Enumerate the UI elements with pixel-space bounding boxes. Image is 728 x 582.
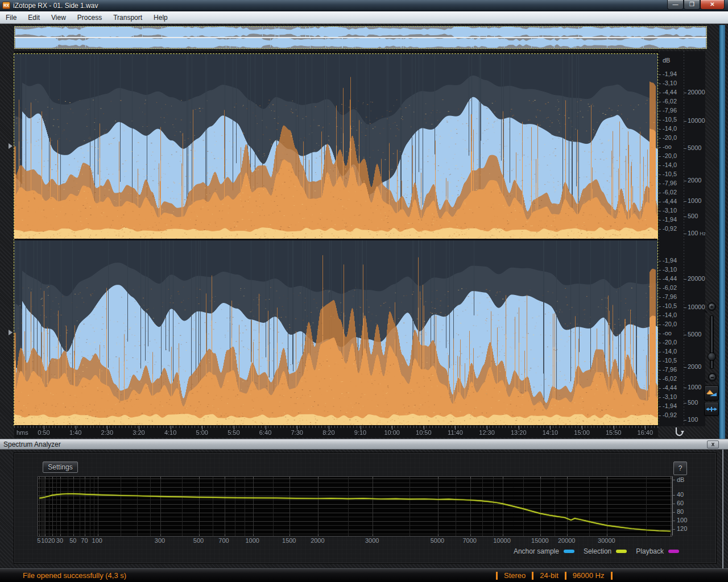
horizontal-arrows-icon — [706, 406, 717, 413]
menu-item-transport[interactable]: Transport — [107, 12, 148, 23]
db-tick-mark — [659, 184, 661, 184]
time-tick-label: 0:50 — [38, 429, 49, 436]
time-tick-label: 7:30 — [291, 429, 303, 436]
db-tick-mark — [659, 388, 661, 389]
legend-item-anchor-sample: Anchor sample — [514, 547, 574, 555]
time-unit-label: hms — [16, 429, 28, 436]
db-scale-label: -1,94 — [663, 216, 677, 223]
menu-item-file[interactable]: File — [0, 12, 22, 23]
right-scrollbar[interactable] — [719, 25, 725, 439]
minimize-button[interactable]: — — [667, 0, 684, 10]
db-scale-label: -10,5 — [663, 116, 677, 123]
spectrum-analyzer-panel: Settings ? dB406080100120 51020305070100… — [0, 450, 728, 568]
spectrum-legend: Anchor sampleSelectionPlayback — [514, 547, 679, 555]
restore-button[interactable]: ❐ — [684, 0, 700, 10]
db-tick-mark — [659, 138, 661, 139]
legend-label: Playback — [636, 547, 664, 555]
db-tick-mark — [659, 325, 661, 325]
db-scale-label: -oo — [663, 330, 672, 336]
time-ruler[interactable]: hms 0:501:402:303:204:105:005:506:407:30… — [14, 425, 658, 438]
zoom-out-icon[interactable] — [708, 373, 717, 381]
overview-waveform[interactable] — [14, 26, 707, 49]
hz-tick-mark — [684, 201, 686, 202]
db-axis-label: 40 — [677, 491, 684, 498]
db-tick-mark — [659, 102, 661, 102]
time-tick-label: 6:40 — [259, 429, 271, 436]
spectrum-frequency-axis: 5102030507010030050070010001500200030005… — [38, 536, 671, 545]
menu-item-process[interactable]: Process — [72, 12, 107, 23]
frequency-tick-label: 300 — [155, 537, 165, 544]
time-tick-label: 16:40 — [638, 429, 653, 436]
db-tick-mark — [659, 165, 661, 166]
db-scale-header: dB — [663, 57, 670, 64]
db-tick-mark — [659, 270, 661, 271]
db-tick-mark — [659, 111, 661, 111]
db-scale-label: -20,0 — [663, 152, 677, 159]
hz-tick-mark — [684, 181, 686, 181]
menu-item-view[interactable]: View — [46, 12, 72, 23]
db-scale-label: -14,0 — [663, 125, 677, 132]
hz-tick-mark — [684, 388, 686, 388]
db-scale-label: -3,10 — [663, 266, 677, 273]
status-separator — [532, 572, 533, 580]
spectrum-plot[interactable] — [38, 476, 672, 537]
spectrum-analyzer-close-button[interactable]: x — [707, 440, 719, 448]
db-axis-tick — [672, 504, 675, 504]
settings-button[interactable]: Settings — [43, 462, 78, 473]
channel-2-center-marker-icon[interactable] — [9, 330, 13, 335]
frequency-tick-label: 15000 — [531, 537, 549, 544]
hz-tick-mark — [684, 234, 686, 234]
zoom-in-icon[interactable] — [708, 302, 716, 311]
db-scale-label: -7,96 — [663, 180, 677, 186]
time-tick-label: 11:40 — [448, 429, 463, 436]
spectrogram-channel-2[interactable] — [14, 240, 658, 425]
channel-1-center-marker-icon[interactable] — [9, 143, 13, 149]
frequency-tick-label: 500 — [193, 537, 204, 544]
db-scale-label: -10,5 — [663, 171, 677, 177]
spectrogram-waveform-blend-icon — [706, 389, 717, 398]
app-icon: RX — [2, 2, 10, 9]
menu-item-help[interactable]: Help — [148, 12, 173, 23]
hz-tick-mark — [684, 279, 686, 280]
db-tick-mark — [659, 361, 661, 361]
fit-selection-button[interactable] — [704, 402, 719, 416]
hz-unit-label: Hz — [700, 231, 705, 236]
db-tick-mark — [659, 261, 661, 261]
menu-item-edit[interactable]: Edit — [22, 12, 46, 23]
db-axis-label: 60 — [677, 500, 684, 506]
frequency-tick-label: 5000 — [431, 537, 444, 544]
db-scale-label: -7,96 — [663, 107, 677, 114]
db-scale-label: -10,5 — [663, 357, 677, 364]
title-bar[interactable]: RX iZotope RX - 01. Side 1.wav — ❐ ✕ — [0, 0, 728, 11]
hz-scale-label: 20000 — [688, 89, 705, 95]
time-tick-label: 8:20 — [322, 429, 334, 436]
db-scale-label: -1,94 — [663, 257, 677, 264]
db-tick-mark — [659, 229, 661, 230]
legend-swatch — [668, 550, 679, 553]
close-button[interactable]: ✕ — [700, 0, 725, 10]
db-scale-label: -20,0 — [663, 134, 677, 141]
db-tick-mark — [659, 120, 661, 120]
db-scale-label: -0,92 — [663, 225, 677, 232]
spectrum-analyzer-titlebar[interactable]: Spectrum Analyzer x — [0, 439, 728, 450]
db-axis-tick — [672, 521, 675, 521]
frequency-tick-label: 1500 — [282, 537, 296, 544]
hz-scale-label: 20000 — [688, 275, 705, 282]
frequency-tick-label: 20000 — [558, 537, 576, 544]
hz-scale-label: 10000 — [688, 117, 705, 124]
db-scale-label: -10,5 — [663, 302, 677, 309]
db-axis-label: 80 — [677, 508, 684, 515]
scroll-handle-icon[interactable] — [674, 427, 684, 436]
help-button[interactable]: ? — [673, 462, 687, 475]
db-tick-mark — [659, 147, 661, 148]
db-scale-label: -14,0 — [663, 311, 677, 318]
legend-swatch — [564, 550, 574, 553]
db-scale-label: -oo — [663, 143, 672, 150]
spectrum-analyzer-title: Spectrum Analyzer — [3, 440, 61, 448]
amplitude-frequency-scale: dB-1,94-3,10-4,44-6,02-7,96-10,5-14,0-20… — [658, 51, 705, 426]
spectrogram-channel-1[interactable] — [14, 54, 658, 239]
db-tick-mark — [659, 220, 661, 221]
hz-scale-label: 10000 — [688, 304, 705, 310]
spectrogram-waveform-blend-button[interactable] — [704, 385, 719, 401]
zoom-slider-thumb[interactable] — [708, 352, 716, 361]
